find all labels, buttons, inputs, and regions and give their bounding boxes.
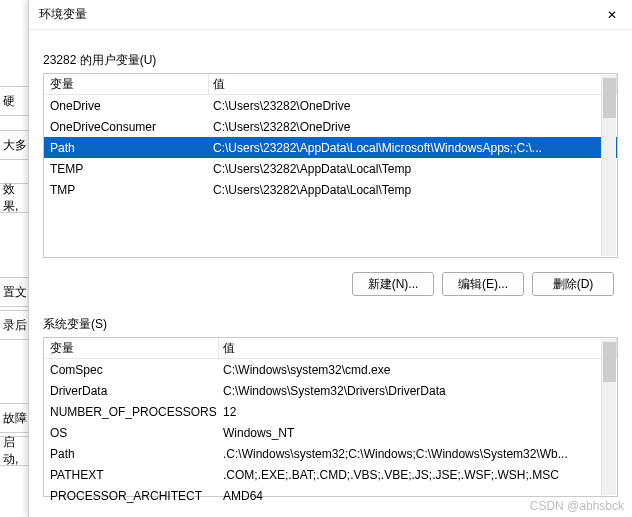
var-name: Path xyxy=(44,141,209,155)
var-name: ComSpec xyxy=(44,363,219,377)
table-row[interactable]: TEMPC:\Users\23282\AppData\Local\Temp xyxy=(44,158,617,179)
var-name: PATHEXT xyxy=(44,468,219,482)
col-header-name[interactable]: 变量 xyxy=(44,74,209,94)
table-row[interactable]: PathC:\Users\23282\AppData\Local\Microso… xyxy=(44,137,617,158)
table-row[interactable]: OneDriveC:\Users\23282\OneDrive xyxy=(44,95,617,116)
var-name: PROCESSOR_ARCHITECT xyxy=(44,489,219,503)
table-row[interactable]: PATHEXT.COM;.EXE;.BAT;.CMD;.VBS;.VBE;.JS… xyxy=(44,464,617,485)
back-fragment: 硬 xyxy=(0,86,28,116)
var-value: Windows_NT xyxy=(219,426,617,440)
col-header-value[interactable]: 值 xyxy=(219,338,617,358)
back-fragment: 效果, xyxy=(0,183,28,213)
var-value: .COM;.EXE;.BAT;.CMD;.VBS;.VBE;.JS;.JSE;.… xyxy=(219,468,617,482)
var-name: TEMP xyxy=(44,162,209,176)
sys-vars-grid[interactable]: 变量 值 ComSpecC:\Windows\system32\cmd.exeD… xyxy=(43,337,618,497)
user-vars-label: 23282 的用户变量(U) xyxy=(43,52,618,69)
grid-header: 变量 值 xyxy=(44,338,617,359)
var-value: C:\Users\23282\AppData\Local\Temp xyxy=(209,162,617,176)
var-value: 12 xyxy=(219,405,617,419)
close-button[interactable]: ✕ xyxy=(600,3,624,27)
var-value: C:\Windows\system32\cmd.exe xyxy=(219,363,617,377)
var-name: OS xyxy=(44,426,219,440)
dialog-title: 环境变量 xyxy=(39,6,87,23)
table-row[interactable]: NUMBER_OF_PROCESSORS12 xyxy=(44,401,617,422)
var-value: C:\Users\23282\AppData\Local\Microsoft\W… xyxy=(209,141,617,155)
var-name: OneDrive xyxy=(44,99,209,113)
back-fragment: 录后 xyxy=(0,310,28,340)
var-value: AMD64 xyxy=(219,489,617,503)
table-row[interactable]: DriverDataC:\Windows\System32\Drivers\Dr… xyxy=(44,380,617,401)
var-value: C:\Windows\System32\Drivers\DriverData xyxy=(219,384,617,398)
back-fragment: 故障 xyxy=(0,403,28,433)
var-value: C:\Users\23282\OneDrive xyxy=(209,120,617,134)
grid-header: 变量 值 xyxy=(44,74,617,95)
var-value: C:\Users\23282\OneDrive xyxy=(209,99,617,113)
table-row[interactable]: ComSpecC:\Windows\system32\cmd.exe xyxy=(44,359,617,380)
delete-button[interactable]: 删除(D) xyxy=(532,272,614,296)
new-button-label: 新建(N)... xyxy=(368,276,419,293)
user-button-row: 新建(N)... 编辑(E)... 删除(D) xyxy=(43,272,614,296)
new-button[interactable]: 新建(N)... xyxy=(352,272,434,296)
var-value: .C:\Windows\system32;C:\Windows;C:\Windo… xyxy=(219,447,617,461)
sys-vars-label: 系统变量(S) xyxy=(43,316,618,333)
var-value: C:\Users\23282\AppData\Local\Temp xyxy=(209,183,617,197)
scrollbar-thumb[interactable] xyxy=(603,342,616,382)
var-name: Path xyxy=(44,447,219,461)
env-vars-dialog: 环境变量 ✕ 23282 的用户变量(U) 变量 值 OneDriveC:\Us… xyxy=(28,0,632,517)
var-name: NUMBER_OF_PROCESSORS xyxy=(44,405,219,419)
titlebar: 环境变量 ✕ xyxy=(29,0,632,30)
col-header-value[interactable]: 值 xyxy=(209,74,617,94)
back-fragment: 启动, xyxy=(0,436,28,466)
var-name: OneDriveConsumer xyxy=(44,120,209,134)
user-vars-grid[interactable]: 变量 值 OneDriveC:\Users\23282\OneDriveOneD… xyxy=(43,73,618,258)
table-row[interactable]: OneDriveConsumerC:\Users\23282\OneDrive xyxy=(44,116,617,137)
col-header-name[interactable]: 变量 xyxy=(44,338,219,358)
edit-button-label: 编辑(E)... xyxy=(458,276,508,293)
table-row[interactable]: TMPC:\Users\23282\AppData\Local\Temp xyxy=(44,179,617,200)
var-name: TMP xyxy=(44,183,209,197)
delete-button-label: 删除(D) xyxy=(553,276,594,293)
var-name: DriverData xyxy=(44,384,219,398)
scrollbar[interactable] xyxy=(601,75,616,256)
table-row[interactable]: OSWindows_NT xyxy=(44,422,617,443)
edit-button[interactable]: 编辑(E)... xyxy=(442,272,524,296)
scrollbar-thumb[interactable] xyxy=(603,78,616,118)
dialog-body: 23282 的用户变量(U) 变量 值 OneDriveC:\Users\232… xyxy=(29,30,632,517)
table-row[interactable]: Path.C:\Windows\system32;C:\Windows;C:\W… xyxy=(44,443,617,464)
back-fragment: 置文 xyxy=(0,277,28,307)
back-fragment: 大多 xyxy=(0,130,28,160)
scrollbar[interactable] xyxy=(601,339,616,495)
table-row[interactable]: PROCESSOR_ARCHITECTAMD64 xyxy=(44,485,617,506)
close-icon: ✕ xyxy=(607,8,617,22)
